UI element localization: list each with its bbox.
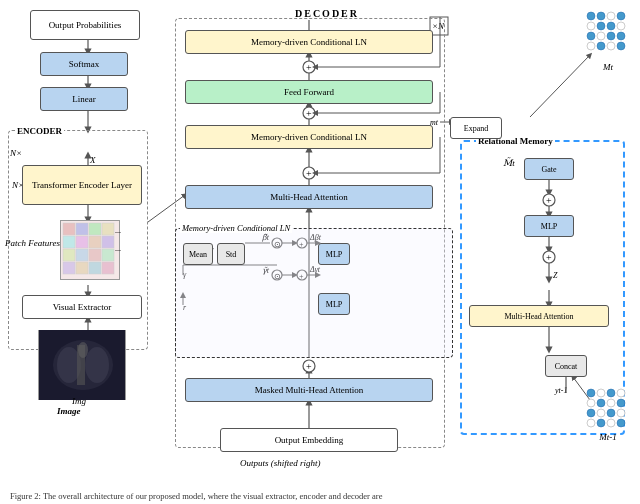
softmax-box: Softmax: [40, 52, 128, 76]
mha-box: Multi-Head Attention: [185, 185, 433, 209]
svg-line-34: [530, 55, 590, 117]
mha-label: Multi-Head Attention: [270, 192, 348, 202]
caption-text: Figure 2: The overall architecture of ou…: [10, 491, 382, 501]
mlp-beta-label: MLP: [326, 250, 342, 259]
mt-dots-svg: [583, 8, 633, 58]
svg-text:...: ...: [115, 244, 121, 253]
svg-rect-102: [102, 262, 114, 274]
svg-point-125: [607, 42, 615, 50]
patch-grid-svg: ... ...: [61, 221, 121, 281]
mean-label: Mean: [189, 250, 207, 259]
svg-point-131: [587, 399, 595, 407]
mha-rel-box: Multi-Head Attention: [469, 305, 609, 327]
mt1-label: Mt-1: [583, 432, 633, 442]
svg-point-119: [587, 32, 595, 40]
patch-features-label: Patch Features: [5, 238, 60, 248]
n-times-label: N×: [10, 148, 22, 158]
visual-extractor-box: Visual Extractor: [22, 295, 142, 319]
mt-dots-container: Mt: [583, 8, 633, 58]
output-probabilities-box: Output Probabilities: [30, 10, 140, 40]
concat-box: Concat: [545, 355, 587, 377]
svg-point-138: [617, 409, 625, 417]
svg-point-113: [607, 12, 615, 20]
svg-point-110: [78, 342, 88, 358]
svg-point-118: [617, 22, 625, 30]
transformer-box: Transformer Encoder Layer: [22, 165, 142, 205]
svg-point-135: [587, 409, 595, 417]
encoder-label: ENCODER: [15, 126, 64, 136]
mlp-gamma-label: MLP: [326, 300, 342, 309]
svg-point-129: [607, 389, 615, 397]
svg-rect-93: [89, 236, 101, 248]
output-embed-box: Output Embedding: [220, 428, 398, 452]
svg-point-141: [607, 419, 615, 427]
mha-rel-label: Multi-Head Attention: [504, 312, 573, 321]
diagram-container: X + + + + V: [0, 0, 640, 504]
svg-point-122: [617, 32, 625, 40]
masked-mha-box: Masked Multi-Head Attention: [185, 378, 433, 402]
mlp-rel-box: MLP: [524, 215, 574, 237]
svg-point-136: [597, 409, 605, 417]
svg-point-139: [587, 419, 595, 427]
mt-label: Mt: [583, 62, 633, 72]
mt1-dots-container: Mt-1: [583, 385, 633, 445]
mem-ln-top-box: Memory-driven Conditional LN: [185, 30, 433, 54]
mem-ln-mid-label: Memory-driven Conditional LN: [251, 132, 367, 142]
svg-rect-89: [89, 223, 101, 235]
mt-tilde-label: M̃t: [503, 158, 515, 168]
svg-point-123: [587, 42, 595, 50]
softmax-label: Softmax: [69, 59, 100, 69]
feed-forward-box: Feed Forward: [185, 80, 433, 104]
svg-point-132: [597, 399, 605, 407]
svg-point-140: [597, 419, 605, 427]
svg-point-115: [587, 22, 595, 30]
mlp-gamma-box: MLP: [318, 293, 350, 315]
mem-ln-top-label: Memory-driven Conditional LN: [251, 37, 367, 47]
mem-ln-inner-label: Memory-driven Conditional LN: [180, 223, 292, 233]
svg-point-142: [617, 419, 625, 427]
svg-rect-92: [76, 236, 88, 248]
svg-point-126: [617, 42, 625, 50]
feed-forward-label: Feed Forward: [284, 87, 334, 97]
gate-box: Gate: [524, 158, 574, 180]
output-prob-label: Output Probabilities: [49, 20, 122, 30]
svg-rect-98: [102, 249, 114, 261]
image-label: Image: [57, 406, 81, 416]
outputs-label: Outputs (shifted right): [240, 458, 321, 468]
svg-point-137: [607, 409, 615, 417]
std-label: Std: [226, 250, 237, 259]
svg-point-133: [607, 399, 615, 407]
linear-label: Linear: [72, 94, 95, 104]
svg-rect-88: [76, 223, 88, 235]
xray-svg: [39, 330, 125, 400]
svg-point-130: [617, 389, 625, 397]
svg-rect-96: [76, 249, 88, 261]
caption: Figure 2: The overall architecture of ou…: [10, 491, 630, 502]
svg-point-117: [607, 22, 615, 30]
svg-rect-101: [89, 262, 101, 274]
transformer-label: Transformer Encoder Layer: [32, 180, 132, 190]
expand-label: Expand: [464, 124, 488, 133]
svg-rect-94: [102, 236, 114, 248]
img-label: Img: [72, 396, 86, 406]
svg-point-128: [597, 389, 605, 397]
gate-label: Gate: [541, 165, 556, 174]
masked-mha-label: Masked Multi-Head Attention: [255, 385, 363, 395]
svg-point-112: [597, 12, 605, 20]
svg-rect-100: [76, 262, 88, 274]
mem-ln-mid-box: Memory-driven Conditional LN: [185, 125, 433, 149]
mean-box: Mean: [183, 243, 213, 265]
xray-image: [38, 330, 126, 400]
svg-rect-99: [63, 262, 75, 274]
svg-rect-91: [63, 236, 75, 248]
mlp-rel-label: MLP: [541, 222, 557, 231]
svg-text:...: ...: [115, 226, 121, 235]
svg-point-121: [607, 32, 615, 40]
mlp-beta-box: MLP: [318, 243, 350, 265]
mt1-dots-svg: [583, 385, 633, 430]
svg-rect-97: [89, 249, 101, 261]
linear-box: Linear: [40, 87, 128, 111]
concat-label: Concat: [555, 362, 578, 371]
svg-point-120: [597, 32, 605, 40]
visual-extractor-label: Visual Extractor: [53, 302, 112, 312]
